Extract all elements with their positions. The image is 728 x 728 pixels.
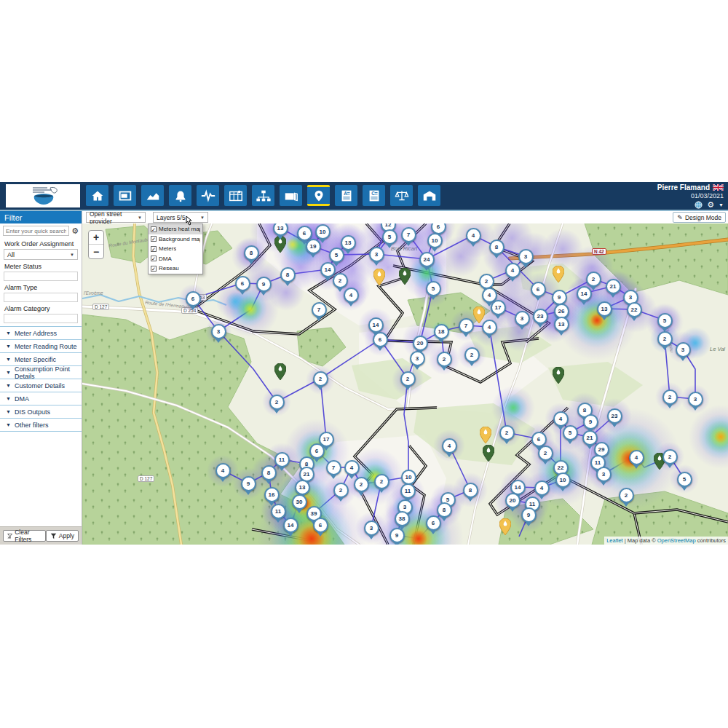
meter-cluster-marker[interactable]: 2 xyxy=(662,389,678,405)
toolbar-button-grid[interactable] xyxy=(224,185,247,206)
meter-cluster-marker[interactable]: 21 xyxy=(582,430,598,446)
meter-pin-yellow[interactable] xyxy=(499,518,511,538)
meter-cluster-marker[interactable]: 4 xyxy=(553,411,569,427)
toolbar-button-warehouse[interactable] xyxy=(418,185,440,206)
meter-cluster-marker[interactable]: 2 xyxy=(313,371,328,387)
meter-cluster-marker[interactable]: 6 xyxy=(309,443,325,459)
work-order-assignment-select[interactable]: All▼ xyxy=(4,249,78,260)
meter-pin-yellow[interactable] xyxy=(553,266,564,285)
meter-cluster-marker[interactable]: 3 xyxy=(688,392,703,407)
layers-dropdown[interactable]: Layers 5/5▼ xyxy=(153,212,208,223)
meter-cluster-marker[interactable]: 3 xyxy=(515,311,530,326)
checkbox-checked-icon[interactable]: ✓ xyxy=(151,246,157,252)
checkbox-checked-icon[interactable]: ✓ xyxy=(151,226,157,232)
meter-cluster-marker[interactable]: 4 xyxy=(466,228,481,243)
meter-cluster-marker[interactable]: 13 xyxy=(597,301,612,317)
meter-cluster-marker[interactable]: 2 xyxy=(400,371,416,387)
map-provider-dropdown[interactable]: Open street provider▼ xyxy=(86,212,146,223)
sidebar-section-dis-outputs[interactable]: ▼DIS Outputs xyxy=(0,405,82,419)
meter-pin-green[interactable] xyxy=(274,363,286,383)
meter-cluster-marker[interactable]: 2 xyxy=(586,272,601,287)
meter-cluster-marker[interactable]: 13 xyxy=(295,480,310,495)
alarm-category-input[interactable] xyxy=(4,314,78,323)
meter-cluster-marker[interactable]: 4 xyxy=(344,288,359,303)
meter-cluster-marker[interactable]: 8 xyxy=(437,502,452,518)
meter-status-input[interactable] xyxy=(4,272,78,281)
meter-cluster-marker[interactable]: 4 xyxy=(215,463,231,478)
meter-cluster-marker[interactable]: 14 xyxy=(283,518,298,533)
checkbox-checked-icon[interactable]: ✓ xyxy=(151,236,157,242)
toolbar-button-hierarchy[interactable] xyxy=(252,185,274,206)
meter-cluster-marker[interactable]: 17 xyxy=(491,300,506,315)
meter-cluster-marker[interactable]: 10 xyxy=(315,224,331,240)
toolbar-button-screens[interactable] xyxy=(114,185,136,206)
meter-cluster-marker[interactable]: 6 xyxy=(531,432,547,447)
toolbar-button-doc-c[interactable]: C xyxy=(363,185,385,206)
meter-cluster-marker[interactable]: 13 xyxy=(554,317,569,332)
meter-cluster-marker[interactable]: 8 xyxy=(261,465,277,480)
meter-cluster-marker[interactable]: 6 xyxy=(235,276,250,291)
settings-caret-icon[interactable]: ▼ xyxy=(719,202,724,207)
meter-cluster-marker[interactable]: 11 xyxy=(271,504,286,519)
meter-cluster-marker[interactable]: 5 xyxy=(329,248,344,263)
toolbar-button-area-chart[interactable] xyxy=(141,185,164,206)
meter-pin-yellow[interactable] xyxy=(480,427,491,446)
meter-cluster-marker[interactable]: 2 xyxy=(499,425,515,440)
meter-cluster-marker[interactable]: 6 xyxy=(426,515,441,531)
toolbar-button-home[interactable] xyxy=(86,185,108,206)
meter-cluster-marker[interactable]: 2 xyxy=(464,347,480,363)
meter-cluster-marker[interactable]: 14 xyxy=(320,262,336,277)
meter-cluster-marker[interactable]: 16 xyxy=(264,487,280,502)
sidebar-section-customer-details[interactable]: ▼Customer Details xyxy=(0,379,82,392)
meter-cluster-marker[interactable]: 8 xyxy=(489,240,505,255)
zoom-out-button[interactable]: − xyxy=(89,245,103,258)
meter-cluster-marker[interactable]: 2 xyxy=(333,483,349,498)
meter-cluster-marker[interactable]: 5 xyxy=(677,472,692,487)
meter-cluster-marker[interactable]: 4 xyxy=(442,438,457,454)
meter-cluster-marker[interactable]: 3 xyxy=(211,324,226,339)
meter-cluster-marker[interactable]: 18 xyxy=(434,324,449,339)
meter-cluster-marker[interactable]: 5 xyxy=(563,425,578,440)
meter-cluster-marker[interactable]: 7 xyxy=(459,318,474,333)
meter-cluster-marker[interactable]: 10 xyxy=(401,470,416,485)
sidebar-section-other-filters[interactable]: ▼Other filters xyxy=(0,419,82,432)
meter-cluster-marker[interactable]: 2 xyxy=(479,274,494,289)
sidebar-section-meter-reading-route[interactable]: ▼Meter Reading Route xyxy=(0,340,82,353)
meter-cluster-marker[interactable]: 9 xyxy=(521,507,537,523)
toolbar-button-bell[interactable] xyxy=(169,185,191,206)
meter-cluster-marker[interactable]: 4 xyxy=(482,320,497,335)
meter-cluster-marker[interactable]: 7 xyxy=(326,460,341,475)
meter-cluster-marker[interactable]: 9 xyxy=(241,476,256,491)
meter-cluster-marker[interactable]: 6 xyxy=(297,226,312,241)
meter-cluster-marker[interactable]: 3 xyxy=(410,351,425,366)
meter-cluster-marker[interactable]: 22 xyxy=(627,302,642,317)
meter-cluster-marker[interactable]: 2 xyxy=(333,273,348,288)
meter-cluster-marker[interactable]: 3 xyxy=(364,521,379,536)
meter-cluster-marker[interactable]: 9 xyxy=(256,277,272,292)
meter-cluster-marker[interactable]: 13 xyxy=(273,223,288,236)
meter-pin-green[interactable] xyxy=(553,367,564,387)
meter-cluster-marker[interactable]: 7 xyxy=(401,227,416,242)
meter-cluster-marker[interactable]: 2 xyxy=(437,352,452,367)
meter-pin-yellow[interactable] xyxy=(373,269,385,288)
meter-cluster-marker[interactable]: 9 xyxy=(552,290,567,305)
meter-cluster-marker[interactable]: 21 xyxy=(606,279,621,294)
meter-cluster-marker[interactable]: 7 xyxy=(312,302,327,317)
meter-cluster-marker[interactable]: 2 xyxy=(269,395,285,410)
meter-cluster-marker[interactable]: 2 xyxy=(538,446,553,461)
meter-cluster-marker[interactable]: 5 xyxy=(426,281,441,296)
toolbar-button-books[interactable] xyxy=(280,185,302,206)
meter-cluster-marker[interactable]: 2 xyxy=(657,331,673,347)
layer-option-reseau[interactable]: ✓Reseau xyxy=(149,264,202,274)
sidebar-section-dma[interactable]: ▼DMA xyxy=(0,392,82,405)
meter-cluster-marker[interactable]: 2 xyxy=(354,477,369,492)
clear-filters-button[interactable]: Clear Filters xyxy=(3,530,46,542)
meter-cluster-marker[interactable]: 20 xyxy=(413,336,428,351)
toolbar-button-scales[interactable] xyxy=(390,185,413,206)
toolbar-button-map-pin[interactable] xyxy=(307,185,330,206)
quick-search-input[interactable] xyxy=(3,226,69,236)
meter-cluster-marker[interactable]: 4 xyxy=(344,460,360,475)
meter-cluster-marker[interactable]: 4 xyxy=(534,480,550,496)
meter-cluster-marker[interactable]: 23 xyxy=(607,408,622,424)
sidebar-section-consumption-point-details[interactable]: ▼Consumption Point Details xyxy=(0,366,82,379)
